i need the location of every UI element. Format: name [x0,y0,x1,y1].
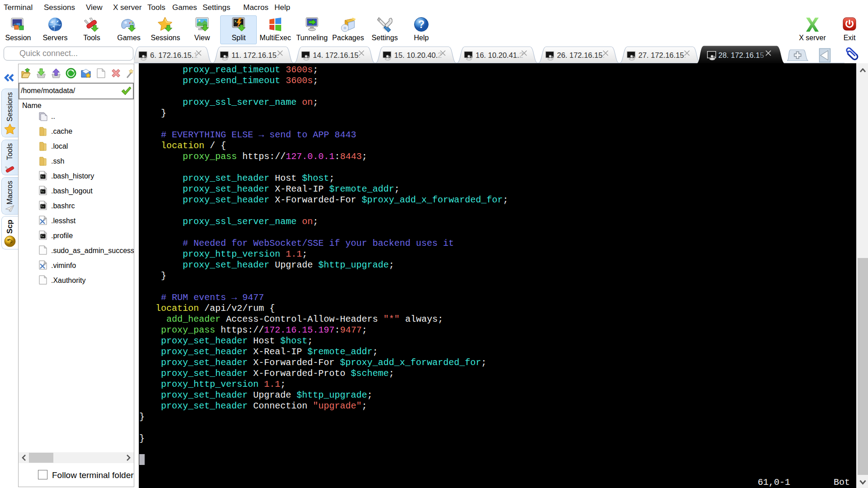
svg-text:28. 172.16.15: 28. 172.16.15 [718,51,764,59]
svg-text:26. 172.16.15.: 26. 172.16.15. [557,51,605,59]
svg-text:11. 172.16.15.: 11. 172.16.15. [231,51,278,59]
svg-text:15. 10.20.40.2: 15. 10.20.40.2 [394,51,442,59]
svg-text:27. 172.16.15.: 27. 172.16.15. [638,51,686,59]
svg-text:14. 172.16.15.: 14. 172.16.15. [313,51,361,59]
svg-text:16. 10.20.41.2: 16. 10.20.41.2 [476,51,524,59]
svg-text:?: ? [418,19,425,30]
svg-text:6. 172.16.15.1: 6. 172.16.15.1 [150,51,198,59]
